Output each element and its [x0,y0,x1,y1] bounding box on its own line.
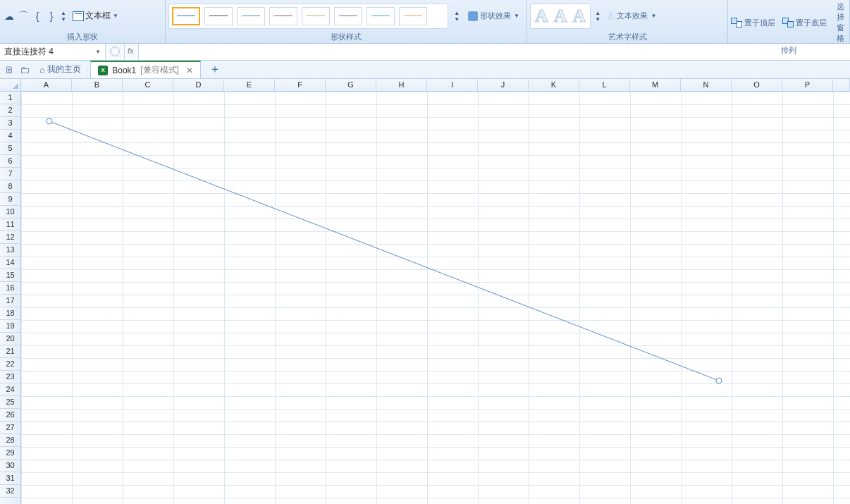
column-header-J[interactable]: J [478,79,529,91]
column-header-K[interactable]: K [529,79,579,91]
shape-style-swatch-4[interactable] [269,7,297,25]
open-folder-icon[interactable]: 🗀 [18,63,31,76]
name-box-dropdown-icon[interactable]: ▼ [95,49,101,55]
add-tab-button[interactable]: ＋ [208,63,222,77]
shape-left-brace-icon[interactable]: { [31,11,44,22]
row-header-14[interactable]: 14 [0,257,20,269]
dropdown-icon[interactable]: ▼ [651,13,656,19]
document-tab[interactable]: X Book1 [兼容模式] ✕ [90,61,201,78]
row-header-29[interactable]: 29 [0,447,20,460]
row-header-10[interactable]: 10 [0,206,20,219]
dropdown-icon[interactable]: ▼ [514,13,519,19]
shape-style-swatch-6[interactable] [334,7,362,25]
shape-style-swatch-2[interactable] [204,7,233,25]
row-header-7[interactable]: 7 [0,168,20,180]
column-header-A[interactable]: A [21,79,72,91]
row-header-30[interactable]: 30 [0,460,20,472]
art-font-style-2[interactable]: A [554,7,567,25]
shape-style-swatch-7[interactable] [367,7,395,25]
row-header-15[interactable]: 15 [0,269,20,282]
shape-style-gallery[interactable] [168,4,448,29]
row-header-23[interactable]: 23 [0,371,20,383]
row-header-3[interactable]: 3 [0,117,20,130]
column-header-L[interactable]: L [579,79,630,91]
shape-style-gallery-scroll[interactable]: ▲ ▼ [454,10,460,23]
shapes-gallery[interactable]: ☁ ⌒ { } ▲ ▼ [3,10,66,23]
textbox-label: 文本框 [85,10,111,22]
column-header-E[interactable]: E [224,79,275,91]
name-box[interactable]: 直接连接符 4 ▼ [0,44,106,60]
cells-grid[interactable] [21,92,850,504]
selection-pane-button[interactable]: 选择窗格 [834,1,846,44]
send-to-back-button[interactable]: 置于底层 [782,18,827,28]
column-header-B[interactable]: B [72,79,123,91]
row-header-26[interactable]: 26 [0,409,20,422]
row-header-11[interactable]: 11 [0,219,20,231]
art-font-style-1[interactable]: A [535,7,548,25]
excel-file-icon: X [98,66,108,75]
row-header-17[interactable]: 17 [0,295,20,307]
column-header-P[interactable]: P [782,79,833,91]
shape-style-swatch-3[interactable] [237,7,265,25]
row-header-27[interactable]: 27 [0,422,20,434]
row-header-20[interactable]: 20 [0,333,20,345]
row-header-31[interactable]: 31 [0,472,20,485]
chevron-up-icon[interactable]: ▲ [61,10,66,16]
shapes-gallery-scroll[interactable]: ▲ ▼ [61,10,66,23]
row-header-32[interactable]: 32 [0,485,20,498]
row-header-6[interactable]: 6 [0,155,20,168]
row-header-13[interactable]: 13 [0,244,20,257]
column-header-F[interactable]: F [275,79,326,91]
column-header-G[interactable]: G [326,79,376,91]
textbox-button[interactable]: 文本框 ▼ [69,8,122,24]
row-header-19[interactable]: 19 [0,320,20,333]
chevron-up-icon[interactable]: ▲ [595,10,600,16]
art-font-style-3[interactable]: A [573,7,586,25]
art-font-gallery-scroll[interactable]: ▲ ▼ [595,10,600,23]
fx-icon[interactable]: fx [124,44,138,60]
home-tab[interactable]: ⌂ 我的主页 [34,61,87,78]
shape-effects-button[interactable]: 形状效果 ▼ [467,11,521,21]
shape-right-brace-icon[interactable]: } [45,11,58,22]
column-header-C[interactable]: C [123,79,173,91]
row-header-22[interactable]: 22 [0,358,20,371]
row-header-2[interactable]: 2 [0,104,20,117]
row-header-18[interactable]: 18 [0,307,20,320]
row-header-24[interactable]: 24 [0,383,20,396]
row-header-4[interactable]: 4 [0,130,20,142]
shape-arc-icon[interactable]: ⌒ [17,11,30,22]
column-header-I[interactable]: I [427,79,478,91]
bring-to-front-button[interactable]: 置于顶层 [731,18,775,28]
chevron-down-icon[interactable]: ▼ [454,16,460,23]
row-header-16[interactable]: 16 [0,282,20,295]
column-header-M[interactable]: M [630,79,681,91]
column-header-D[interactable]: D [173,79,224,91]
spreadsheet-area[interactable]: ABCDEFGHIJKLMNOP 12345678910111213141516… [0,79,850,504]
chevron-up-icon[interactable]: ▲ [454,10,460,16]
column-header-N[interactable]: N [681,79,732,91]
row-header-25[interactable]: 25 [0,396,20,409]
chevron-down-icon[interactable]: ▼ [61,16,66,23]
shape-cloud-icon[interactable]: ☁ [3,11,16,22]
shape-style-swatch-1[interactable] [172,7,200,25]
cancel-formula-icon[interactable] [110,47,120,56]
row-header-9[interactable]: 9 [0,193,20,206]
row-headers: 1234567891011121314151617181920212223242… [0,92,21,504]
column-header-H[interactable]: H [376,79,427,91]
text-effects-button[interactable]: A 文本效果 ▼ [606,7,658,25]
art-font-gallery[interactable]: A A A [530,4,591,29]
row-header-21[interactable]: 21 [0,345,20,358]
row-header-8[interactable]: 8 [0,180,20,193]
shape-style-swatch-8[interactable] [399,7,427,25]
row-header-1[interactable]: 1 [0,92,20,104]
close-tab-icon[interactable]: ✕ [186,66,193,75]
row-header-5[interactable]: 5 [0,142,20,155]
textbox-dropdown-icon[interactable]: ▼ [113,13,118,19]
new-file-icon[interactable]: 🗎 [3,63,16,76]
column-header-O[interactable]: O [732,79,782,91]
row-header-28[interactable]: 28 [0,434,20,447]
chevron-down-icon[interactable]: ▼ [595,16,600,23]
row-header-12[interactable]: 12 [0,231,20,244]
select-all-corner[interactable] [0,79,21,91]
shape-style-swatch-5[interactable] [302,7,330,25]
